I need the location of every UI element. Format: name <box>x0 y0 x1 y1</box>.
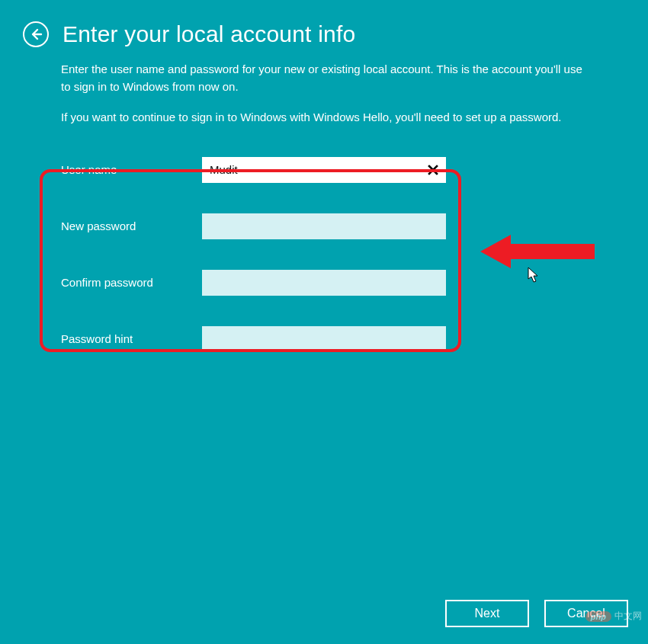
password-hint-row: Password hint <box>61 326 587 352</box>
page-title: Enter your local account info <box>63 21 355 47</box>
confirm-password-row: Confirm password <box>61 270 587 296</box>
username-row: User name <box>61 157 587 183</box>
password-hint-field[interactable] <box>202 326 446 352</box>
description-line-1: Enter the user name and password for you… <box>61 61 587 95</box>
account-form: User name New password Confirm password <box>61 157 587 352</box>
confirm-password-label: Confirm password <box>61 276 202 289</box>
username-field[interactable] <box>202 157 446 183</box>
confirm-password-field[interactable] <box>202 270 446 296</box>
footer-actions: Next Cancel <box>445 600 628 627</box>
new-password-row: New password <box>61 213 587 239</box>
password-hint-label: Password hint <box>61 332 202 345</box>
close-icon <box>427 164 439 176</box>
back-button[interactable] <box>23 21 49 47</box>
description-block: Enter the user name and password for you… <box>61 61 587 127</box>
new-password-field[interactable] <box>202 213 446 239</box>
back-arrow-icon <box>29 27 43 41</box>
new-password-label: New password <box>61 219 202 232</box>
clear-username-button[interactable] <box>423 160 443 180</box>
username-label: User name <box>61 163 202 176</box>
description-line-2: If you want to continue to sign in to Wi… <box>61 109 587 127</box>
cancel-button[interactable]: Cancel <box>544 600 628 627</box>
next-button[interactable]: Next <box>445 600 529 627</box>
